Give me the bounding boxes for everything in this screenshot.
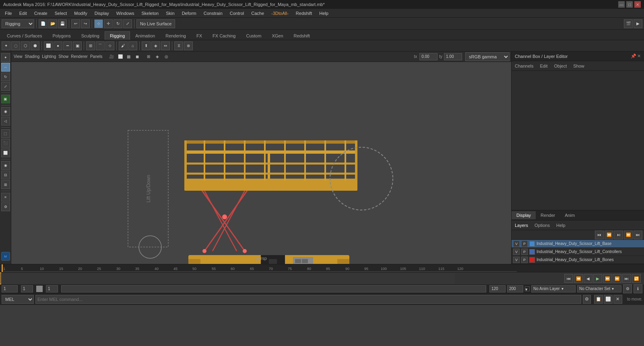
insert-loop[interactable]: ⧖: [174, 41, 183, 50]
save-scene-button[interactable]: 💾: [58, 19, 67, 28]
menu-redshift[interactable]: Redshift: [293, 10, 315, 16]
scale-mode-button[interactable]: ⤢: [1, 82, 10, 91]
frame-all[interactable]: ⊟: [1, 171, 10, 179]
attr-editor[interactable]: ≡: [1, 193, 10, 202]
taskbar-btn3[interactable]: ✕: [613, 295, 622, 304]
rotate-tool-button[interactable]: ↻: [114, 19, 122, 28]
paint-select-button[interactable]: ⬡: [21, 41, 30, 50]
script-language-dropdown[interactable]: MEL Python: [2, 295, 34, 304]
extrude-tool[interactable]: ⬆: [142, 41, 151, 50]
menu-create[interactable]: Create: [31, 10, 51, 16]
object-tab[interactable]: Object: [552, 62, 568, 70]
redo-button[interactable]: ↪: [81, 19, 90, 28]
range-end-field[interactable]: 120: [489, 285, 506, 292]
show-menu-button[interactable]: Show: [58, 53, 69, 61]
char-set-dropdown[interactable]: No Character Set ▾: [577, 285, 621, 292]
menu-select[interactable]: Select: [52, 10, 70, 16]
tab-redshift[interactable]: Redshift: [289, 31, 315, 40]
menu-skeleton[interactable]: Skeleton: [138, 10, 162, 16]
layers-tab[interactable]: Layers: [513, 222, 530, 229]
translate-y-value[interactable]: 1.00: [444, 53, 462, 60]
timeline-scrub[interactable]: [61, 285, 486, 292]
menu-help[interactable]: Help: [316, 10, 332, 16]
xray-toggle[interactable]: ◎: [164, 53, 172, 61]
status-settings-button[interactable]: ⚙: [623, 284, 632, 293]
undo-button[interactable]: ↩: [71, 19, 80, 28]
sym-left[interactable]: ◁: [1, 117, 10, 126]
rotate-mode-button[interactable]: ↻: [1, 72, 10, 81]
char-dropdown-arrow[interactable]: ▾: [525, 286, 530, 291]
snap-grid[interactable]: ⊞: [86, 41, 95, 50]
menu-display[interactable]: Display: [91, 10, 112, 16]
layer-row[interactable]: V P Industrial_Heavy_Duty_Scissor_Lift_C…: [512, 248, 644, 256]
camera-options[interactable]: 🎥: [108, 53, 116, 61]
layer-playback-3[interactable]: P: [521, 257, 528, 263]
component-select[interactable]: ⬜: [44, 41, 53, 50]
anim-tab[interactable]: Anim: [560, 211, 580, 219]
vertex-select[interactable]: ●: [54, 41, 62, 50]
menu-windows[interactable]: Windows: [113, 10, 138, 16]
layer-next-button[interactable]: ⏩: [624, 231, 633, 239]
menu-deform[interactable]: Deform: [179, 10, 200, 16]
edit-tab[interactable]: Edit: [538, 62, 549, 70]
aa-toggle[interactable]: ◈: [155, 53, 163, 61]
frame-label-field[interactable]: 1: [46, 285, 58, 292]
edge-select[interactable]: ━: [63, 41, 72, 50]
tab-rigging[interactable]: Rigging: [105, 31, 130, 40]
menu-edit[interactable]: Edit: [16, 10, 30, 16]
renderer-menu-button[interactable]: Renderer: [70, 53, 89, 61]
layer-prev-button[interactable]: ⏪: [605, 231, 613, 239]
command-input[interactable]: [35, 295, 581, 304]
3d-viewport[interactable]: Lift Up/Down: [11, 62, 511, 264]
feedback-button[interactable]: ⚙: [583, 295, 591, 304]
layer-visibility-2[interactable]: V: [513, 249, 520, 255]
layer-visibility-1[interactable]: V: [513, 241, 520, 247]
frame-sel[interactable]: ⊞: [1, 180, 10, 189]
end-frame-field[interactable]: 200: [507, 285, 523, 292]
panel-pin-button[interactable]: 📌: [631, 54, 636, 59]
go-end-button[interactable]: ⏭: [622, 274, 631, 283]
prev-frame-button[interactable]: ◀: [584, 274, 592, 283]
step-forward-button[interactable]: ⏩: [613, 274, 621, 283]
move-mode-button[interactable]: ↔: [1, 63, 10, 72]
layer-play-button[interactable]: ⏯: [614, 231, 623, 239]
lighting-menu-button[interactable]: Lighting: [41, 53, 57, 61]
layer-prev-prev-button[interactable]: ⏮: [595, 231, 604, 239]
taskbar-btn1[interactable]: 📋: [594, 295, 603, 304]
face-select[interactable]: ▣: [73, 41, 82, 50]
timeline-ruler[interactable]: // inline draw ticks 1 5 10 15 20 25 30 …: [0, 264, 644, 272]
offset-loop[interactable]: ⊗: [184, 41, 193, 50]
help-tab[interactable]: Help: [555, 222, 567, 229]
menu-control[interactable]: Control: [227, 10, 247, 16]
display-none[interactable]: ⬜: [1, 148, 10, 157]
translate-x-value[interactable]: 0.00: [419, 53, 438, 60]
select-all-button[interactable]: ✦: [2, 41, 10, 50]
move-tool-button[interactable]: ✛: [104, 19, 113, 28]
panel-close-button[interactable]: ✕: [637, 54, 641, 59]
show-manipulator[interactable]: ▣: [1, 95, 10, 103]
timeline-bar[interactable]: ⏮ ⏪ ◀ ▶ ⏩ ⏩ ⏭ 🔁: [0, 272, 644, 284]
loop-button[interactable]: 🔁: [632, 274, 641, 283]
tool-settings[interactable]: ⚙: [1, 202, 10, 211]
layer-next-next-button[interactable]: ⏭: [634, 231, 642, 239]
current-frame-field[interactable]: 1: [2, 285, 18, 292]
isolate-sel[interactable]: ◉: [1, 161, 10, 170]
shading-menu-button[interactable]: Shading: [24, 53, 41, 61]
menu-constrain[interactable]: Constrain: [200, 10, 226, 16]
layer-color-1[interactable]: [529, 241, 535, 247]
soft-select[interactable]: ◉: [1, 107, 10, 116]
lasso-button[interactable]: ◌: [11, 41, 20, 50]
bridge-tool[interactable]: ⇔: [161, 41, 170, 50]
tab-fx[interactable]: FX: [191, 31, 207, 40]
show-tab[interactable]: Show: [572, 62, 586, 70]
layer-color-2[interactable]: [529, 249, 535, 255]
menu-file[interactable]: File: [2, 10, 15, 16]
snap-curve[interactable]: ⌒: [96, 41, 105, 50]
layer-row[interactable]: V P Industrial_Heavy_Duty_Scissor_Lift_B…: [512, 256, 644, 264]
layer-visibility-3[interactable]: V: [513, 257, 520, 263]
go-start-button[interactable]: ⏮: [564, 274, 573, 283]
tab-curves-surfaces[interactable]: Curves / Surfaces: [2, 31, 47, 40]
step-back-button[interactable]: ⏪: [574, 274, 583, 283]
menu-skin[interactable]: Skin: [163, 10, 178, 16]
channels-tab[interactable]: Channels: [513, 62, 535, 70]
